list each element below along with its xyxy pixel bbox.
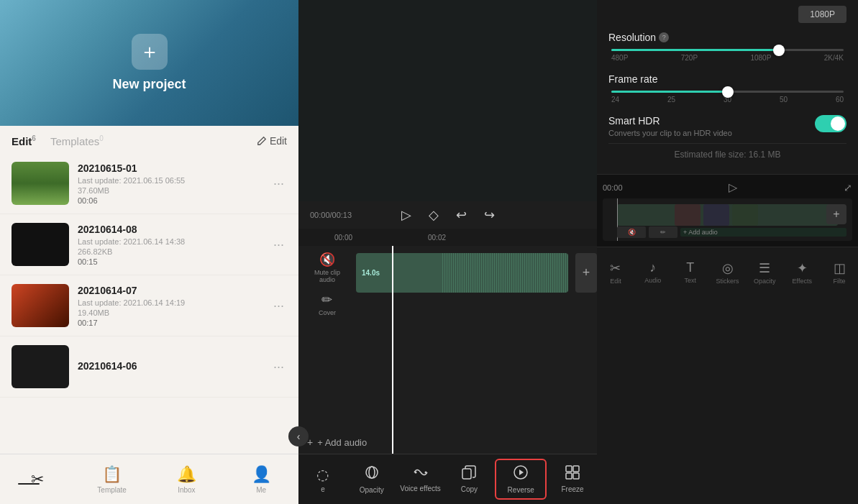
toolbar-item-freeze[interactable]: Freeze (548, 461, 597, 498)
new-project-label: New project (112, 77, 186, 92)
project-more-button[interactable]: ··· (270, 234, 287, 255)
keyframe-button[interactable]: ◇ (429, 207, 439, 223)
nav-label-inbox: Inbox (178, 486, 195, 494)
project-thumbnail (12, 223, 69, 266)
right-tool-filter[interactable]: ◫ Filte (821, 260, 858, 285)
track-waveform (441, 253, 568, 293)
nav-item-inbox[interactable]: 🔔 Inbox (150, 465, 224, 494)
project-thumbnail (12, 345, 69, 388)
project-item[interactable]: 20210614-06 ··· (0, 336, 298, 398)
project-name: 20210615-01 (78, 162, 262, 174)
mini-add-audio-button[interactable]: + Add audio (680, 228, 846, 237)
right-opacity-label: Opacity (754, 278, 776, 285)
project-item[interactable]: 20210614-08 Last update: 2021.06.14 14:3… (0, 214, 298, 275)
mini-play-button[interactable]: ▷ (729, 180, 737, 194)
edit-button[interactable]: Edit (257, 135, 287, 147)
project-more-button[interactable]: ··· (270, 357, 287, 377)
svg-rect-7 (566, 466, 572, 472)
cover-icon: ✏ (321, 292, 332, 308)
right-tool-edit[interactable]: ✂ Edit (597, 260, 634, 285)
nav-item-me[interactable]: 👤 Me (224, 465, 298, 494)
freeze-icon (565, 465, 580, 483)
reverse-icon (513, 464, 529, 484)
svg-rect-8 (573, 466, 579, 472)
right-tool-opacity[interactable]: ☰ Opacity (746, 260, 783, 285)
project-name: 20210614-07 (78, 285, 262, 296)
framerate-label-row: Frame rate (608, 73, 846, 85)
resolution-setting: Resolution ? 480P 720P 1080P 2K/4K (608, 32, 846, 62)
cover-button[interactable]: ✏ Cover (319, 292, 336, 316)
project-more-button[interactable]: ··· (270, 173, 287, 194)
right-effects-icon: ✦ (797, 260, 808, 276)
toolbar-item-voice-effects[interactable]: Voice effects (396, 462, 445, 497)
file-size-label: Estimated file size: 16.1 MB (608, 143, 846, 165)
project-item[interactable]: 20210614-07 Last update: 2021.06.14 14:1… (0, 275, 298, 336)
project-size: 19.40MB (78, 308, 262, 317)
mini-expand-button[interactable]: ⤢ (844, 182, 852, 193)
add-track-button[interactable]: + (575, 253, 597, 293)
export-button[interactable]: 1080P (798, 6, 846, 23)
toolbar-item-e[interactable]: ◌ e (298, 462, 347, 498)
nav-item-edit[interactable]: ✂ (0, 470, 75, 489)
opacity-label: Opacity (360, 486, 384, 494)
svg-rect-9 (566, 473, 572, 479)
framerate-slider[interactable]: 24 25 30 50 60 (608, 91, 846, 104)
framerate-thumb[interactable] (722, 86, 734, 98)
middle-panel: 00:00/00:13 ▷ ◇ ↩ ↪ 00:00 00:02 🔇 Mute c… (298, 0, 597, 504)
reverse-label: Reverse (508, 486, 534, 494)
resolution-fill (611, 49, 779, 51)
voice-effects-label: Voice effects (400, 485, 441, 492)
toolbar-item-opacity[interactable]: Opacity (347, 460, 396, 498)
redo-button[interactable]: ↪ (484, 207, 495, 223)
hdr-title: Smart HDR (608, 115, 815, 127)
mini-cover-button[interactable]: ✏ (649, 226, 677, 238)
mini-add-button[interactable]: + (826, 204, 846, 224)
project-list: 20210615-01 Last update: 2021.06.15 06:5… (0, 153, 298, 504)
framerate-track (611, 91, 844, 93)
mini-controls: 00:00 ▷ ⤢ (603, 180, 852, 194)
ruler-time-1: 00:02 (428, 234, 446, 242)
tab-templates[interactable]: Templates0 (50, 134, 104, 147)
right-tool-effects[interactable]: ✦ Effects (783, 260, 821, 285)
new-project-button[interactable]: ＋ New project (0, 0, 298, 126)
project-name: 20210614-08 (78, 224, 262, 235)
nav-item-template[interactable]: 📋 Template (75, 465, 150, 494)
hdr-toggle[interactable] (815, 115, 846, 132)
resolution-info-icon[interactable]: ? (659, 32, 669, 42)
project-info: 20210614-08 Last update: 2021.06.14 14:3… (78, 224, 262, 266)
svg-point-0 (366, 467, 378, 478)
play-button[interactable]: ▷ (401, 207, 411, 223)
tabs-row: Edit6 Templates0 Edit (0, 126, 298, 153)
export-section: 1080P Resolution ? 480P 720P 1080P 2K/4K (597, 0, 858, 175)
right-tool-stickers[interactable]: ◎ Stickers (709, 260, 747, 285)
tab-edit[interactable]: Edit6 (12, 134, 36, 147)
project-name: 20210614-06 (78, 360, 262, 372)
right-text-label: Text (684, 277, 696, 284)
svg-point-3 (424, 472, 426, 474)
toolbar-item-reverse[interactable]: Reverse (495, 459, 547, 500)
video-track[interactable]: 14.0s (356, 253, 568, 293)
voice-effects-icon (413, 466, 429, 482)
back-button[interactable]: ‹ (288, 426, 309, 446)
project-duration: 00:06 (78, 196, 262, 205)
right-tool-text[interactable]: T Text (672, 260, 709, 284)
project-item[interactable]: 20210615-01 Last update: 2021.06.15 06:5… (0, 153, 298, 214)
freeze-label: Freeze (561, 485, 583, 493)
toolbar-item-copy[interactable]: Copy (444, 461, 493, 498)
ruler-time-0: 00:00 (334, 234, 352, 242)
right-bottom-toolbar: ✂ Edit ♪ Audio T Text ◎ Stickers ☰ Opaci… (597, 247, 858, 297)
undo-button[interactable]: ↩ (456, 207, 467, 223)
mini-mute-button[interactable]: 🔇 (617, 226, 646, 238)
time-display: 00:00/00:13 (310, 211, 352, 219)
project-more-button[interactable]: ··· (270, 295, 287, 316)
mute-clip-button[interactable]: 🔇 Mute clipaudio (314, 252, 340, 283)
resolution-labels: 480P 720P 1080P 2K/4K (611, 54, 844, 62)
right-tool-audio[interactable]: ♪ Audio (634, 260, 672, 284)
add-audio-button[interactable]: + + Add audio (298, 436, 597, 448)
resolution-thumb[interactable] (773, 45, 785, 56)
resolution-slider[interactable]: 480P 720P 1080P 2K/4K (608, 49, 846, 62)
project-info: 20210614-07 Last update: 2021.06.14 14:1… (78, 285, 262, 327)
project-duration: 00:17 (78, 319, 262, 327)
right-stickers-label: Stickers (716, 278, 739, 285)
track-duration-label: 14.0s (362, 269, 380, 277)
